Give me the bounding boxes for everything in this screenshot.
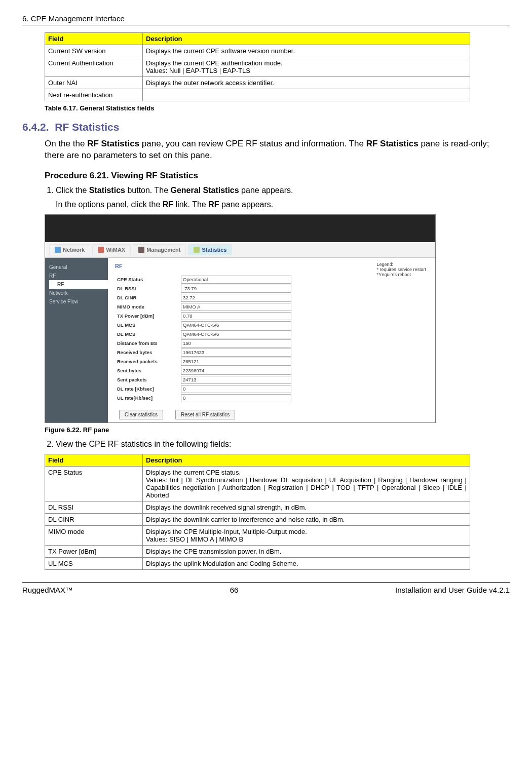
dl-mcs-field[interactable]: QAM64-CTC-5/6	[181, 330, 291, 338]
table-row: Current Authentication Displays the curr…	[45, 57, 470, 77]
table-row: CPE Status Displays the current CPE stat…	[45, 466, 470, 501]
table-row: TX Power [dBm] Displays the CPE transmis…	[45, 545, 470, 557]
network-icon	[55, 247, 61, 253]
nav-statistics[interactable]: Statistics	[188, 244, 232, 255]
tx-power-field[interactable]: 0.78	[181, 312, 291, 320]
wimax-icon	[98, 247, 104, 253]
section-paragraph: On the the RF Statistics pane, you can r…	[45, 138, 510, 162]
statistics-icon	[194, 247, 200, 253]
ss-navbar: Network WiMAX Management Statistics	[45, 242, 435, 258]
figure-caption: Figure 6.22. RF pane	[45, 426, 510, 434]
table2-header-desc: Description	[143, 454, 470, 466]
table-row: MIMO mode Displays the CPE Multiple-Inpu…	[45, 525, 470, 545]
dl-rssi-field[interactable]: -73.79	[181, 285, 291, 293]
distance-bs-field[interactable]: 150	[181, 339, 291, 348]
step-2: View the CPE RF statistics in the follow…	[56, 440, 510, 449]
header-chapter: 6. CPE Management Interface	[22, 14, 125, 23]
sidebar-item-serviceflow[interactable]: Service Flow	[49, 297, 108, 306]
rf-fields-form: CPE StatusOperational DL RSSI-73.79 DL C…	[115, 275, 293, 403]
ss-legend: Legend: * requires service restart **req…	[376, 262, 426, 277]
sidebar-item-general[interactable]: General	[49, 263, 108, 272]
management-icon	[138, 247, 144, 253]
step-1-sub: In the options panel, click the RF link.…	[56, 200, 510, 209]
table-row: UL MCS Displays the uplink Modulation an…	[45, 557, 470, 569]
received-bytes-field[interactable]: 19617623	[181, 349, 291, 357]
ul-mcs-field[interactable]: QAM64-CTC-5/6	[181, 321, 291, 329]
dl-rate-field[interactable]: 0	[181, 385, 291, 393]
table-row: Outer NAI Displays the outer network acc…	[45, 77, 470, 89]
footer-right: Installation and User Guide v4.2.1	[395, 586, 510, 594]
table-row: Current SW version Displays the current …	[45, 45, 470, 57]
reset-rf-statistics-button[interactable]: Reset all RF statistics	[175, 410, 235, 419]
table-row: Next re-authentication	[45, 89, 470, 101]
footer-left: RuggedMAX™	[22, 586, 73, 594]
sidebar-item-rf[interactable]: RF	[49, 280, 108, 289]
sent-bytes-field[interactable]: 22398974	[181, 367, 291, 375]
general-statistics-fields-table: Field Description Current SW version Dis…	[45, 32, 470, 101]
section-heading: 6.4.2. RF Statistics	[22, 121, 510, 133]
page-footer: RuggedMAX™ 66 Installation and User Guid…	[22, 582, 510, 594]
ss-main: Legend: * requires service restart **req…	[108, 258, 435, 423]
sidebar-item-network[interactable]: Network	[49, 289, 108, 297]
nav-management[interactable]: Management	[133, 244, 186, 255]
mimo-mode-field[interactable]: MIMO A	[181, 303, 291, 311]
table-row: DL CINR Displays the downlink carrier to…	[45, 513, 470, 525]
ul-rate-field[interactable]: 0	[181, 394, 291, 402]
table-row: DL RSSI Displays the downlink received s…	[45, 501, 470, 513]
table2-header-field: Field	[45, 454, 143, 466]
procedure-title: Procedure 6.21. Viewing RF Statistics	[45, 171, 510, 181]
footer-page-number: 66	[230, 586, 239, 594]
page-header: 6. CPE Management Interface	[22, 14, 510, 25]
clear-statistics-button[interactable]: Clear statistics	[119, 410, 163, 419]
cpe-status-field[interactable]: Operational	[181, 276, 291, 284]
table1-header-field: Field	[45, 33, 143, 45]
rf-pane-screenshot: Network WiMAX Management Statistics Gene…	[45, 214, 436, 423]
rf-fields-table: Field Description CPE Status Displays th…	[45, 454, 470, 570]
received-packets-field[interactable]: 265121	[181, 358, 291, 366]
procedure-steps: Click the Statistics button. The General…	[45, 186, 510, 209]
step-1: Click the Statistics button. The General…	[56, 186, 510, 209]
nav-network[interactable]: Network	[49, 244, 90, 255]
sidebar-item-rf-parent[interactable]: RF	[49, 272, 108, 280]
ss-sidebar: General RF RF Network Service Flow	[45, 258, 108, 423]
sent-packets-field[interactable]: 24713	[181, 376, 291, 384]
nav-wimax[interactable]: WiMAX	[92, 244, 131, 255]
dl-cinr-field[interactable]: 32.72	[181, 294, 291, 302]
table1-header-desc: Description	[143, 33, 470, 45]
table1-caption: Table 6.17. General Statistics fields	[45, 104, 510, 112]
ss-top-banner	[45, 215, 435, 242]
procedure-steps-cont: View the CPE RF statistics in the follow…	[45, 440, 510, 449]
